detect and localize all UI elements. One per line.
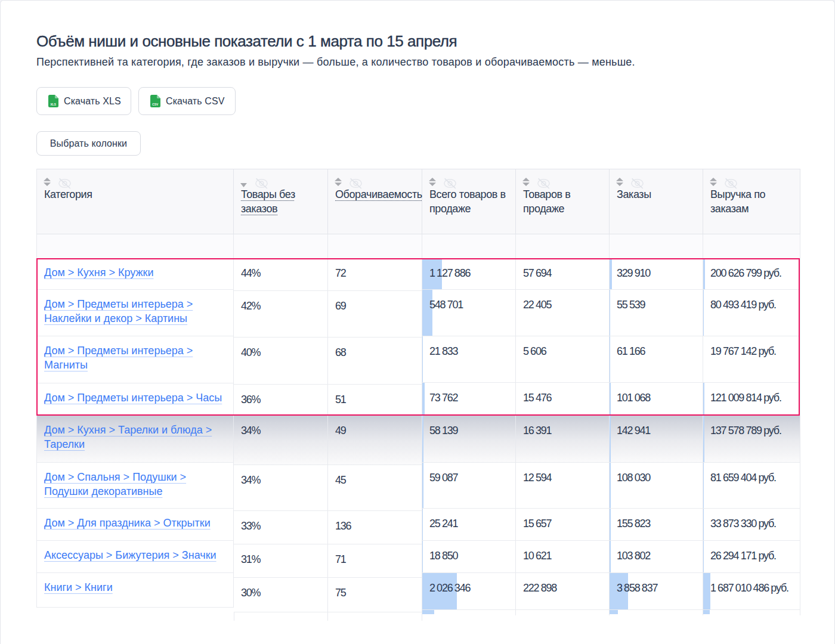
- svg-text:CSV: CSV: [152, 103, 159, 106]
- svg-text:XLS: XLS: [50, 103, 55, 106]
